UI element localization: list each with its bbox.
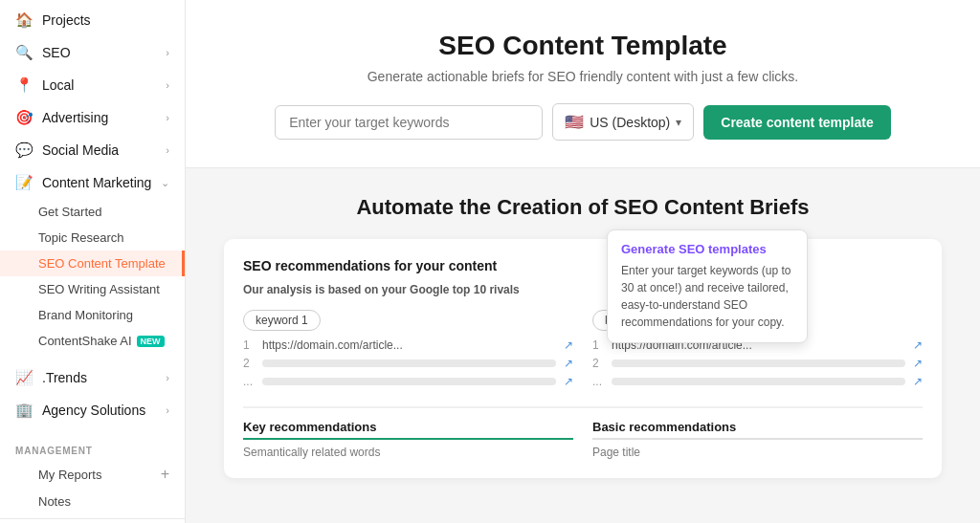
sidebar-item-notes[interactable]: Notes [0,489,185,514]
create-template-button[interactable]: Create content template [703,105,890,140]
sidebar-item-online-demo[interactable]: 💻 Online demo [0,519,185,523]
management-label: MANAGEMENT [0,434,185,460]
sidebar-item-my-reports[interactable]: My Reports + [0,460,185,489]
country-label: US (Desktop) [590,115,670,130]
chevron-icon: › [166,404,169,416]
sidebar-item-local[interactable]: 📍 Local › [0,69,185,101]
external-link-icon[interactable]: ↗ [564,357,573,370]
sidebar-label-content-marketing: Content Marketing [42,175,151,190]
chevron-icon: › [166,79,169,91]
sidebar-sub-label-get-started: Get Started [38,205,101,219]
result-row: ... ↗ [592,375,923,388]
keyword-col-1: keyword 1 1 https://domain.com/article..… [243,310,573,393]
key-recs-label: Key recommendations [243,420,573,440]
result-link: https://domain.com/article... [262,338,556,352]
result-row: ... ↗ [243,375,573,388]
sidebar-sub-get-started[interactable]: Get Started [0,199,185,225]
external-link-icon[interactable]: ↗ [913,338,923,352]
sidebar-label-social-media: Social Media [42,142,119,158]
result-num: 1 [592,338,604,352]
demo-card: Generate SEO templates Enter your target… [224,239,942,478]
social-media-icon: 💬 [15,142,33,159]
sidebar-sub-label-contentshake-ai: ContentShake AI [38,334,132,348]
sidebar-sub-label-seo-writing-assistant: SEO Writing Assistant [38,282,160,296]
analysis-note: Our analysis is based on your Google top… [243,283,923,296]
sidebar-label-local: Local [42,77,74,93]
basic-recs-sub: Page title [592,446,923,459]
card-title: SEO recommendations for your content [243,258,923,273]
chevron-icon: › [166,372,169,383]
sidebar-label-projects: Projects [42,12,91,28]
gray-bar [612,378,905,385]
result-num: 1 [243,338,255,352]
new-badge: new [137,336,165,347]
sidebar-label-seo: SEO [42,45,71,60]
recommendations-row: Key recommendations Semantically related… [243,406,923,459]
external-link-icon[interactable]: ↗ [913,357,923,370]
sidebar-sub-topic-research[interactable]: Topic Research [0,225,185,251]
chevron-down-icon: ⌄ [161,177,169,189]
sidebar-sub-seo-writing-assistant[interactable]: SEO Writing Assistant [0,276,185,302]
sidebar-item-projects[interactable]: 🏠 Projects [0,4,185,36]
sidebar-sub-label-seo-content-template: SEO Content Template [38,256,166,271]
top-panel: SEO Content Template Generate actionable… [186,0,980,168]
country-select[interactable]: 🇺🇸 US (Desktop) ▾ [552,103,694,141]
result-num: ... [592,375,604,388]
result-row: 2 ↗ [243,357,573,370]
sidebar-sub-label-brand-monitoring: Brand Monitoring [38,308,133,322]
flag-icon: 🇺🇸 [565,113,584,131]
sidebar-item-advertising[interactable]: 🎯 Advertising › [0,101,185,134]
result-num: 2 [243,357,255,370]
sidebar-label-trends: .Trends [42,370,87,385]
result-num: ... [243,375,255,388]
sidebar-sub-contentshake-ai[interactable]: ContentShake AI new [0,328,185,354]
search-row: 🇺🇸 US (Desktop) ▾ Create content templat… [275,103,891,141]
sidebar-sub-brand-monitoring[interactable]: Brand Monitoring [0,302,185,328]
keywords-row: keyword 1 1 https://domain.com/article..… [243,310,923,393]
sidebar-label-my-reports: My Reports [38,468,101,482]
tooltip-text: Enter your target keywords (up to 30 at … [621,262,793,331]
external-link-icon[interactable]: ↗ [564,338,573,352]
gray-bar [262,360,556,367]
sidebar-item-agency-solutions[interactable]: 🏢 Agency Solutions › [0,394,185,426]
sidebar-label-agency-solutions: Agency Solutions [42,403,145,418]
seo-icon: 🔍 [15,44,33,61]
bottom-panel: Automate the Creation of SEO Content Bri… [186,168,980,523]
chevron-icon: › [166,47,169,58]
sidebar-item-content-marketing[interactable]: 📝 Content Marketing ⌄ [0,166,185,199]
main-content: SEO Content Template Generate actionable… [186,0,980,523]
result-row: 2 ↗ [592,357,923,370]
basic-recs-col: Basic recommendations Page title [592,420,923,459]
result-row: 1 https://domain.com/article... ↗ [243,338,573,352]
gray-bar [262,378,556,385]
tooltip-title: Generate SEO templates [621,242,793,256]
chevron-icon: › [166,112,169,123]
sidebar: 🏠 Projects 🔍 SEO › 📍 Local › 🎯 Advertisi… [0,0,186,523]
advertising-icon: 🎯 [15,109,33,126]
sidebar-item-trends[interactable]: 📈 .Trends › [0,361,185,394]
sidebar-item-social-media[interactable]: 💬 Social Media › [0,134,185,166]
sidebar-sub-label-topic-research: Topic Research [38,230,124,245]
local-icon: 📍 [15,76,33,94]
sidebar-sub-seo-content-template[interactable]: SEO Content Template [0,251,185,276]
plus-icon[interactable]: + [161,466,169,483]
key-recs-col: Key recommendations Semantically related… [243,420,573,459]
dropdown-icon: ▾ [676,116,681,129]
trends-icon: 📈 [15,369,33,386]
basic-recs-label: Basic recommendations [592,420,923,440]
sidebar-label-advertising: Advertising [42,110,108,125]
external-link-icon[interactable]: ↗ [913,375,923,388]
content-marketing-icon: 📝 [15,174,33,191]
keyword-tag-1: keyword 1 [243,310,321,331]
page-title: SEO Content Template [438,31,726,61]
key-recs-sub: Semantically related words [243,446,573,459]
result-num: 2 [592,357,604,370]
tooltip-box: Generate SEO templates Enter your target… [607,229,808,343]
gray-bar [612,360,905,367]
sidebar-item-seo[interactable]: 🔍 SEO › [0,36,185,69]
sidebar-label-notes: Notes [38,494,71,509]
external-link-icon[interactable]: ↗ [564,375,573,388]
section-title: Automate the Creation of SEO Content Bri… [224,195,942,220]
keyword-input[interactable] [275,105,543,140]
agency-icon: 🏢 [15,402,33,419]
